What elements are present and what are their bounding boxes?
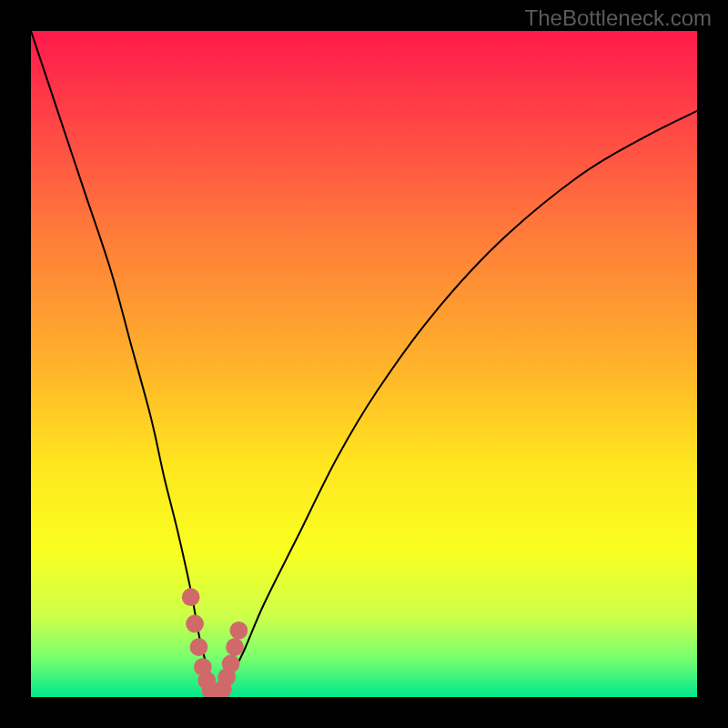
watermark-text: TheBottleneck.com bbox=[525, 5, 712, 31]
chart-frame bbox=[0, 0, 728, 728]
